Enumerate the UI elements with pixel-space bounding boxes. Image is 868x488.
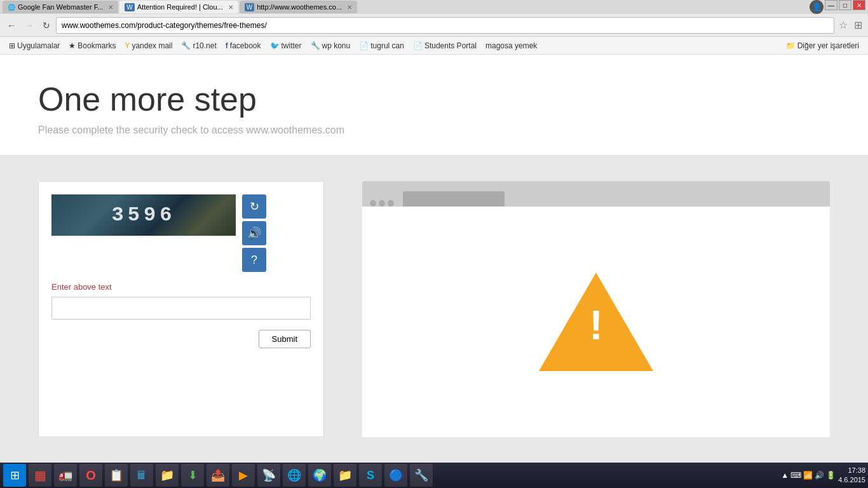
taskbar-app-truck[interactable]: 🚛 [54,464,77,487]
submit-button[interactable]: Submit [259,330,311,348]
captcha-refresh-button[interactable]: ↻ [242,194,266,219]
bookmarks-more[interactable]: 📁 Diğer yer işaretleri [782,40,863,51]
taskbar-app-chrome[interactable]: 🔵 [384,464,407,487]
back-button[interactable]: ← [4,18,19,33]
taskbar-app-explorer[interactable]: 📁 [334,464,356,487]
bookmark-wpkonu[interactable]: 🔧 wp konu [307,40,355,51]
tab-1[interactable]: 🌐 Google Fan Webmaster F... ✕ [3,1,118,13]
tab-2-favicon: W [125,3,134,11]
maximize-button[interactable]: □ [839,0,851,10]
address-input[interactable] [56,17,834,34]
bookmarks-bar: ⊞ Uygulamalar ★ Bookmarks Y yandex mail … [0,37,868,55]
bookmark-students[interactable]: 📄 Students Portal [409,40,480,51]
taskbar-app-tool[interactable]: 🔧 [410,464,433,487]
mock-dot-2 [379,200,385,207]
download-icon: ⬇ [188,468,198,482]
taskbar-app-calc[interactable]: 🖩 [130,464,153,487]
minimize-button[interactable]: — [825,0,837,10]
tray-arrow-icon[interactable]: ▲ [781,471,789,480]
twitter-icon: 🐦 [270,41,280,50]
taskbar-clock[interactable]: 17:38 4.6.2015 [838,466,865,485]
doc-icon: 📄 [359,41,369,50]
page-header: One more step Please complete the securi… [0,55,868,156]
captcha-audio-button[interactable]: 🔊 [242,221,266,245]
taskbar-app-clipboard[interactable]: 📋 [105,464,128,487]
opera-icon: O [86,468,96,483]
tab-3-favicon: W [245,3,254,11]
taskbar-app-download[interactable]: ⬇ [181,464,204,487]
mail-icon: Y [125,41,130,50]
reload-button[interactable]: ↻ [39,18,53,32]
media-icon: ▶ [239,468,248,482]
start-button[interactable]: ⊞ [3,464,26,487]
user-avatar: 👤 [810,0,824,14]
globe-icon: 🌍 [313,468,327,482]
page-body: ↻ 🔊 ? Enter above text Submit [0,156,868,463]
taskbar-app-globe[interactable]: 🌍 [308,464,331,487]
tab-2[interactable]: W Attention Required! | Clou... ✕ [119,1,238,13]
bookmark-magosa[interactable]: magosa yemek [482,40,541,51]
bookmark-bookmarks[interactable]: ★ Bookmarks [65,40,119,51]
taskbar-app-ie[interactable]: 🌐 [283,464,306,487]
bookmark-star-icon[interactable]: ☆ [837,19,850,31]
captcha-image-row: ↻ 🔊 ? [51,194,311,272]
mock-dot-3 [388,200,394,207]
grid-icon: ▦ [34,468,46,483]
folder-icon: 📁 [786,41,796,50]
facebook-icon: f [226,41,228,50]
bookmark-tugrul[interactable]: 📄 tugrul can [355,40,408,51]
ie-icon: 🌐 [287,468,301,482]
taskbar-app-opera[interactable]: O [79,464,102,487]
star-icon: ★ [69,41,76,50]
captcha-label: Enter above text [51,282,311,292]
close-button[interactable]: ✕ [853,0,865,10]
tab-2-title: Attention Required! | Clou... [137,3,223,11]
tab-1-title: Google Fan Webmaster F... [18,3,103,11]
bookmark-uygulama-label: Uygulamalar [17,41,60,50]
tray-volume-icon[interactable]: 🔊 [815,471,824,480]
warning-content: ! [589,304,603,346]
bookmark-facebook[interactable]: f facebook [222,40,265,51]
taskbar-app-ftp[interactable]: 📤 [207,464,229,487]
tab-3[interactable]: W http://www.woothemes.co... ✕ [240,1,357,13]
captcha-help-button[interactable]: ? [242,248,266,272]
apps-icon: ⊞ [9,41,15,50]
address-bar-row: ← → ↻ ☆ ⊞ [0,14,868,37]
window-controls: 👤 — □ ✕ [810,0,865,14]
title-bar: 🌐 Google Fan Webmaster F... ✕ W Attentio… [0,0,868,14]
extensions-icon[interactable]: ⊞ [852,19,864,31]
start-icon: ⊞ [10,468,20,482]
captcha-action-buttons: ↻ 🔊 ? [242,194,266,272]
captcha-text-input[interactable] [51,297,311,320]
exclamation-mark: ! [589,304,603,346]
mock-browser-content: ! [362,207,830,437]
clock-date: 4.6.2015 [838,475,865,485]
tab-1-close[interactable]: ✕ [108,4,113,11]
tray-keyboard-icon: ⌨ [790,471,801,480]
taskbar-app-skype[interactable]: S [359,464,382,487]
calc-icon: 🖩 [136,469,147,482]
bookmark-yandex[interactable]: Y yandex mail [121,40,176,51]
tab-3-close[interactable]: ✕ [347,4,352,11]
mock-browser-tab [403,191,505,207]
taskbar-app-folder[interactable]: 📁 [156,464,179,487]
bookmark-twitter[interactable]: 🐦 twitter [266,40,306,51]
bookmark-magosa-label: magosa yemek [485,41,537,50]
taskbar-app-rss[interactable]: 📡 [257,464,280,487]
bookmark-students-label: Students Portal [424,41,477,50]
bookmark-r10[interactable]: 🔧 r10.net [177,40,220,51]
bookmark-r10-label: r10.net [193,41,216,50]
captcha-box: ↻ 🔊 ? Enter above text Submit [38,181,324,437]
folder-app-icon: 📁 [160,468,174,482]
tool-icon: 🔧 [414,468,428,482]
tab-bar: 🌐 Google Fan Webmaster F... ✕ W Attentio… [3,1,357,13]
forward-button[interactable]: → [22,18,37,33]
ftp-icon: 📤 [211,468,225,482]
bookmark-uygulama[interactable]: ⊞ Uygulamalar [5,40,64,51]
tab-2-close[interactable]: ✕ [228,4,233,11]
bookmark-bookmarks-label: Bookmarks [78,41,116,50]
taskbar-app-media[interactable]: ▶ [232,464,255,487]
captcha-submit-row: Submit [51,330,311,348]
taskbar-app-grid[interactable]: ▦ [29,464,51,487]
bookmark-yandex-label: yandex mail [132,41,172,50]
